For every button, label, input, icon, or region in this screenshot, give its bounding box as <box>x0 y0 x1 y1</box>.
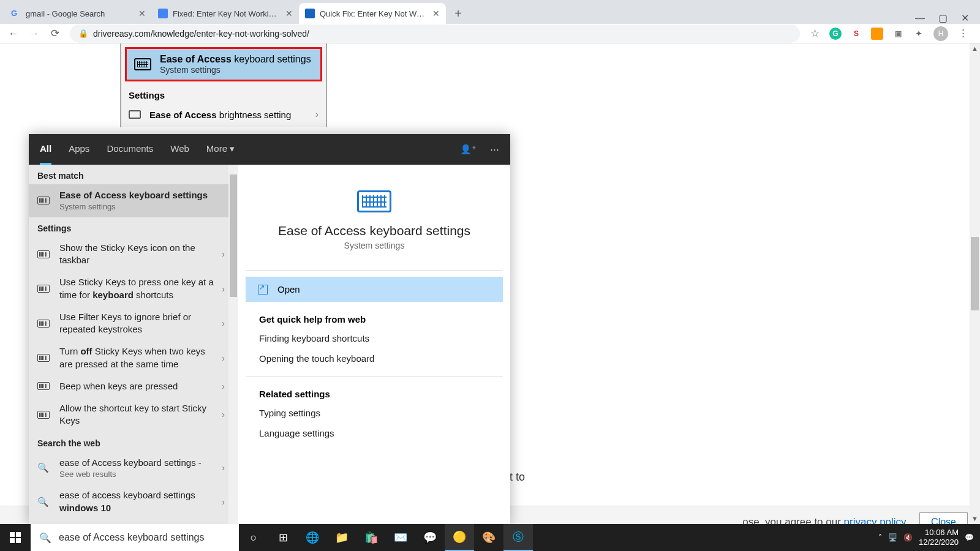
ext-bag-icon[interactable] <box>871 28 883 40</box>
web-result-1[interactable]: 🔍ease of access keyboard settings window… <box>29 484 238 519</box>
chat-icon[interactable]: 💬 <box>415 524 445 551</box>
profile-avatar[interactable]: H <box>933 26 948 41</box>
search-icon: 🔍 <box>37 497 51 508</box>
setting-item-5[interactable]: Allow the shortcut key to start Sticky K… <box>29 397 238 432</box>
file-explorer-icon[interactable]: 📁 <box>327 524 356 551</box>
extensions: G S ▣ ✦ H ⋮ <box>829 26 973 41</box>
ext-box-icon[interactable]: ▣ <box>892 28 904 40</box>
grammarly-icon[interactable]: G <box>829 28 842 40</box>
chrome-icon[interactable]: 🟡 <box>445 524 474 551</box>
cortana-icon[interactable]: ○ <box>239 524 268 551</box>
keyboard-icon <box>37 354 50 362</box>
network-icon[interactable]: 🖥️ <box>888 533 897 542</box>
chevron-right-icon: › <box>222 497 225 507</box>
setting-item-2[interactable]: Use Filter Keys to ignore brief or repea… <box>29 306 238 341</box>
chevron-right-icon: › <box>222 284 225 294</box>
setting-item-3[interactable]: Turn off Sticky Keys when two keys are p… <box>29 340 238 375</box>
quick-help-header: Get quick help from web <box>246 302 503 328</box>
edge-icon[interactable]: 🌐 <box>298 524 327 551</box>
page-scrollbar[interactable]: ▲ ▼ <box>970 43 980 524</box>
browser-chrome: G gmail - Google Search ✕ Fixed: Enter K… <box>0 0 980 43</box>
reload-icon[interactable]: ⟳ <box>49 27 61 40</box>
ext-s-icon[interactable]: S <box>850 28 862 40</box>
store-icon[interactable]: 🛍️ <box>356 524 386 551</box>
more-options-icon[interactable]: ⋯ <box>490 144 499 155</box>
preview-title: Ease of Access keyboard settings <box>252 223 497 238</box>
help-link-1[interactable]: Opening the touch keyboard <box>246 348 503 369</box>
minimize-icon[interactable]: ― <box>915 13 925 24</box>
filter-documents[interactable]: Documents <box>107 134 153 165</box>
favicon-google: G <box>11 9 21 18</box>
notifications-icon[interactable]: 💬 <box>965 533 974 542</box>
task-view-icon[interactable]: ⊞ <box>268 524 298 551</box>
menu-icon[interactable]: ⋮ <box>957 27 969 40</box>
highlighted-result: Ease of Access keyboard settings System … <box>125 47 322 81</box>
filter-web[interactable]: Web <box>170 134 189 165</box>
tray-expand-icon[interactable]: ˄ <box>878 533 882 542</box>
related-link-1[interactable]: Language settings <box>246 423 503 443</box>
filter-apps[interactable]: Apps <box>69 134 89 165</box>
chevron-right-icon: › <box>222 463 225 473</box>
clock[interactable]: 10:06 AM 12/22/2020 <box>919 528 959 548</box>
result-title-rest: keyboard settings <box>232 54 311 64</box>
taskbar-apps: ○ ⊞ 🌐 📁 🛍️ ✉️ 💬 🟡 🎨 Ⓢ <box>239 524 533 551</box>
tab-drivereasy[interactable]: Quick Fix: Enter Key Not Working… ✕ <box>299 3 446 24</box>
tab-docs[interactable]: Fixed: Enter Key Not Working On… ✕ <box>152 3 299 24</box>
skype-icon[interactable]: Ⓢ <box>503 524 533 551</box>
star-icon[interactable]: ☆ <box>809 27 821 40</box>
setting-item-4[interactable]: Beep when keys are pressed› <box>29 375 238 397</box>
scroll-up-icon[interactable]: ▲ <box>970 43 980 54</box>
back-icon[interactable]: ← <box>7 28 20 40</box>
settings-header: Settings <box>29 217 238 237</box>
favicon-drivereasy <box>305 9 315 18</box>
scroll-down-icon[interactable]: ▼ <box>970 514 980 524</box>
volume-icon[interactable]: 🔇 <box>903 533 913 542</box>
row2-rest: brightness setting <box>217 110 292 120</box>
keyboard-icon <box>357 190 391 212</box>
related-header: Related settings <box>246 377 503 403</box>
setting-text: Use Filter Keys to ignore brief or repea… <box>59 311 230 336</box>
result-subtitle: System settings <box>160 65 311 75</box>
results-scrollbar[interactable] <box>228 165 238 525</box>
close-icon[interactable]: ✕ <box>138 9 146 18</box>
forward-icon[interactable]: → <box>28 28 40 40</box>
start-button[interactable] <box>0 524 31 551</box>
close-icon[interactable]: ✕ <box>285 9 293 18</box>
keyboard-icon <box>37 250 50 258</box>
related-link-0[interactable]: Typing settings <box>246 403 503 423</box>
keyboard-icon <box>37 285 50 293</box>
setting-item-1[interactable]: Use Sticky Keys to press one key at a ti… <box>29 271 238 306</box>
omnibox[interactable]: 🔒 drivereasy.com/knowledge/enter-key-not… <box>70 24 800 43</box>
keyboard-icon <box>37 197 50 204</box>
filter-more[interactable]: More ▾ <box>206 134 235 165</box>
tab-gmail[interactable]: G gmail - Google Search ✕ <box>5 3 152 24</box>
best-match-item[interactable]: Ease of Access keyboard settings System … <box>29 184 238 217</box>
preview-subtitle: System settings <box>252 241 497 250</box>
setting-text: Show the Sticky Keys icon on the taskbar <box>59 242 230 267</box>
open-button[interactable]: Open <box>246 277 503 302</box>
results-list: Best match Ease of Access keyboard setti… <box>29 165 238 525</box>
scroll-thumb[interactable] <box>971 237 979 310</box>
filter-all[interactable]: All <box>40 134 51 165</box>
taskbar-search-input[interactable]: 🔍 ease of Access keyboard settings <box>31 524 239 551</box>
web-query: ease of access keyboard settings windows… <box>59 489 230 514</box>
windows-logo-icon <box>10 532 21 543</box>
new-tab-button[interactable]: + <box>450 5 467 22</box>
web-result-0[interactable]: 🔍ease of Access keyboard settings -See w… <box>29 452 238 485</box>
setting-text: Allow the shortcut key to start Sticky K… <box>59 402 230 427</box>
mail-icon[interactable]: ✉️ <box>386 524 415 551</box>
close-window-icon[interactable]: ✕ <box>961 12 969 24</box>
close-icon[interactable]: ✕ <box>432 9 440 18</box>
setting-item-0[interactable]: Show the Sticky Keys icon on the taskbar… <box>29 237 238 272</box>
lock-icon: 🔒 <box>78 29 88 38</box>
help-link-0[interactable]: Finding keyboard shortcuts <box>246 328 503 348</box>
maximize-icon[interactable]: ▢ <box>938 12 948 24</box>
search-icon: 🔍 <box>37 462 51 473</box>
open-label: Open <box>277 284 300 294</box>
scroll-thumb[interactable] <box>230 174 237 297</box>
tab-title: Quick Fix: Enter Key Not Working… <box>320 9 428 18</box>
feedback-icon[interactable]: 👤⁺ <box>460 144 477 155</box>
extensions-icon[interactable]: ✦ <box>913 28 925 40</box>
monitor-icon <box>129 110 141 119</box>
app-icon[interactable]: 🎨 <box>474 524 503 551</box>
